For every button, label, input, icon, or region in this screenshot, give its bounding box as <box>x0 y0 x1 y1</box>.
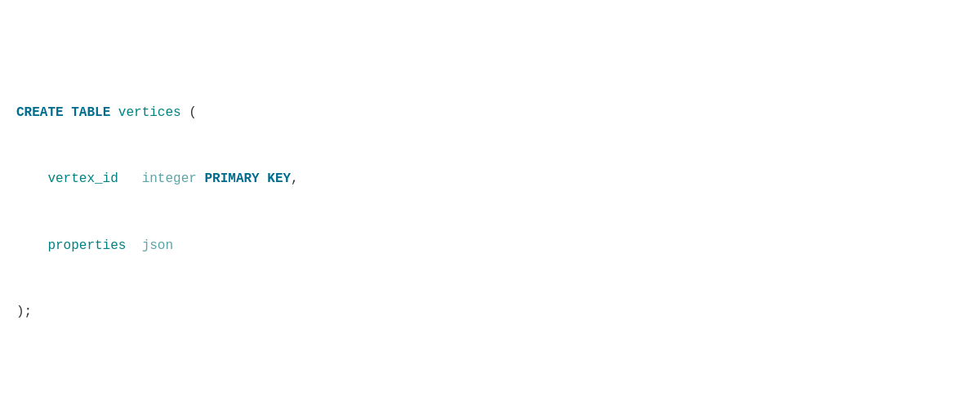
vertices-close-line: ); <box>16 301 964 323</box>
open-paren-1: ( <box>189 105 197 120</box>
vertices-section: CREATE TABLE vertices ( vertex_id intege… <box>16 57 964 368</box>
properties-col-1: properties <box>47 238 126 253</box>
vertices-create-line: CREATE TABLE vertices ( <box>16 102 964 124</box>
vertices-vertex-id-line: vertex_id integer PRIMARY KEY, <box>16 168 964 190</box>
comma-1: , <box>291 171 299 186</box>
code-display: CREATE TABLE vertices ( vertex_id intege… <box>16 13 964 418</box>
vertex-id-pk: PRIMARY KEY <box>204 171 291 186</box>
properties-type-1: json <box>142 238 173 253</box>
vertex-id-col: vertex_id <box>47 171 118 186</box>
vertices-properties-line: properties json <box>16 235 964 257</box>
vertex-id-type: integer <box>142 171 197 186</box>
table-keyword-1: TABLE <box>71 105 110 120</box>
vertices-table-name: vertices <box>118 105 181 120</box>
close-paren-1: ); <box>16 305 32 319</box>
create-keyword-1: CREATE <box>16 105 64 120</box>
